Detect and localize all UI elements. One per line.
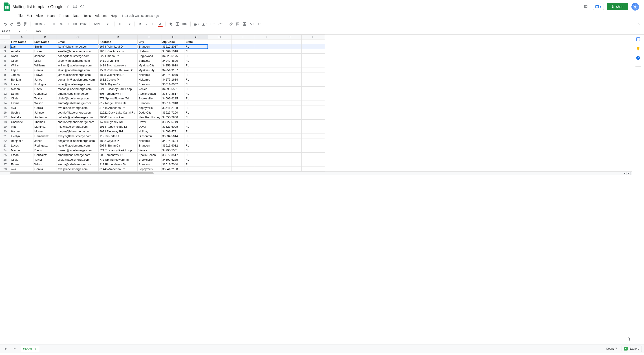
cell[interactable] — [301, 72, 325, 77]
cell[interactable]: Emma — [10, 162, 34, 167]
cell[interactable]: 12521 Duck Lake Canal Rd — [98, 110, 138, 115]
cell[interactable]: 507 N Bryan Cir — [98, 143, 138, 148]
menu-help[interactable]: Help — [109, 13, 119, 18]
selection-count[interactable]: Count: 7 — [606, 347, 617, 350]
cell[interactable] — [301, 49, 325, 54]
cell[interactable]: Williams — [34, 63, 57, 68]
cell[interactable] — [208, 110, 231, 115]
cell[interactable]: 1832 Coyote Pl — [98, 138, 138, 143]
cell[interactable] — [255, 44, 278, 49]
cell[interactable] — [231, 115, 255, 120]
cell[interactable] — [255, 63, 278, 68]
present-button[interactable]: ▼ — [593, 3, 604, 10]
row-header-16[interactable]: 16 — [0, 110, 10, 115]
row-header-8[interactable]: 8 — [0, 72, 10, 77]
cell[interactable]: Amelia — [10, 49, 34, 54]
cell[interactable] — [255, 39, 278, 44]
cell[interactable] — [208, 87, 231, 91]
cell[interactable]: Last Name — [34, 39, 57, 44]
cell[interactable]: ava@labelsmerge.com — [57, 167, 98, 171]
redo-button[interactable] — [9, 21, 15, 27]
cell[interactable] — [208, 115, 231, 120]
cell[interactable] — [231, 120, 255, 124]
wrap-button[interactable]: ▾ — [208, 21, 216, 27]
name-box[interactable]: A2:G2 ▼ — [0, 30, 22, 33]
cell[interactable] — [231, 138, 255, 143]
cell[interactable] — [231, 105, 255, 110]
row-header-17[interactable]: 17 — [0, 115, 10, 120]
cell[interactable] — [278, 148, 301, 153]
cell[interactable]: Ava — [10, 105, 34, 110]
cell[interactable]: Englewood — [138, 54, 162, 58]
cell[interactable]: 812 Ridge Haven Dr — [98, 101, 138, 105]
cell[interactable]: Apollo Beach — [138, 91, 162, 96]
cell[interactable]: Jones — [34, 138, 57, 143]
cell[interactable]: amelia@labelsmerge.com — [57, 49, 98, 54]
cell[interactable]: Nokomis — [138, 77, 162, 82]
explore-button[interactable]: ✦ Explore — [622, 346, 642, 352]
row-header-14[interactable]: 14 — [0, 101, 10, 105]
cell[interactable]: 1914 Abbey Ridge Dr — [98, 124, 138, 129]
cell[interactable]: 1831 Kim Acres Ln — [98, 49, 138, 54]
comment-button[interactable] — [235, 21, 241, 27]
cell[interactable]: Mason — [10, 87, 34, 91]
cell[interactable]: 4623 Fietzway Rd — [98, 129, 138, 134]
cell[interactable] — [255, 77, 278, 82]
cell[interactable]: New Port Richey — [138, 115, 162, 120]
cell[interactable] — [301, 162, 325, 167]
functions-button[interactable]: Σ ▾ — [256, 21, 262, 27]
cell[interactable]: FL — [184, 153, 208, 157]
cell[interactable]: Apollo Beach — [138, 153, 162, 157]
font-size-select[interactable]: 10▾ — [117, 22, 132, 26]
cell[interactable]: Anderson — [34, 115, 57, 120]
cell[interactable] — [208, 54, 231, 58]
avatar[interactable] — [632, 3, 639, 10]
cell[interactable]: 33511-7040 — [161, 162, 184, 167]
cell[interactable] — [301, 120, 325, 124]
cell[interactable]: Garcia — [34, 68, 57, 72]
cell[interactable]: emma@labelsmerge.com — [57, 101, 98, 105]
borders-button[interactable] — [174, 21, 180, 27]
cell[interactable]: Thomas — [34, 120, 57, 124]
decrease-decimal-button[interactable]: .0_ — [65, 21, 71, 27]
cell[interactable] — [278, 115, 301, 120]
print-button[interactable] — [16, 21, 22, 27]
cell[interactable]: Olivia — [10, 157, 34, 162]
row-header-13[interactable]: 13 — [0, 96, 10, 101]
cell[interactable]: FL — [184, 167, 208, 171]
cell[interactable]: 34251-3918 — [161, 63, 184, 68]
col-header-B[interactable]: B — [34, 35, 57, 39]
cell[interactable] — [301, 63, 325, 68]
col-header-G[interactable]: G — [184, 35, 208, 39]
cell[interactable]: 33572-3517 — [161, 153, 184, 157]
cell[interactable] — [278, 124, 301, 129]
cell[interactable] — [278, 44, 301, 49]
cell[interactable]: 33541-2188 — [161, 105, 184, 110]
cell[interactable]: Martinez — [34, 124, 57, 129]
cell[interactable]: Venice — [138, 87, 162, 91]
cell[interactable]: FL — [184, 58, 208, 63]
cell[interactable] — [208, 124, 231, 129]
cell[interactable] — [208, 77, 231, 82]
row-header-22[interactable]: 22 — [0, 138, 10, 143]
cell[interactable]: FL — [184, 54, 208, 58]
cell[interactable] — [278, 105, 301, 110]
cell[interactable] — [231, 58, 255, 63]
cell[interactable]: Hernandez — [34, 134, 57, 138]
cell[interactable]: Davis — [34, 148, 57, 153]
cell[interactable] — [301, 101, 325, 105]
cell[interactable] — [208, 120, 231, 124]
cell[interactable]: FL — [184, 157, 208, 162]
cell[interactable] — [208, 39, 231, 44]
cell[interactable]: FL — [184, 101, 208, 105]
cell[interactable]: FL — [184, 63, 208, 68]
cell[interactable] — [255, 129, 278, 134]
cell[interactable] — [301, 39, 325, 44]
cell[interactable]: Davis — [34, 87, 57, 91]
row-header-9[interactable]: 9 — [0, 77, 10, 82]
cell[interactable]: FL — [184, 68, 208, 72]
row-header-1[interactable]: 1 — [0, 39, 10, 44]
cell[interactable]: Gibsonton — [138, 134, 162, 138]
cell[interactable] — [301, 134, 325, 138]
cell[interactable] — [231, 39, 255, 44]
